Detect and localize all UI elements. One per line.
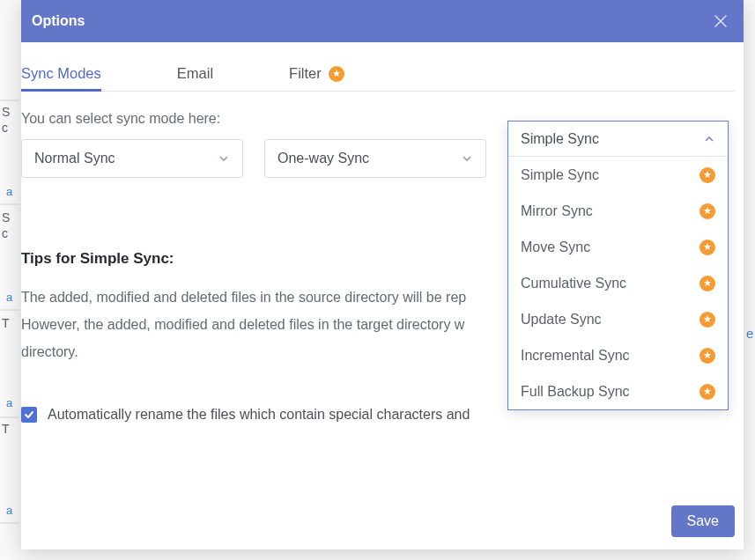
tab-label: Email: [177, 65, 213, 82]
algorithm-option[interactable]: Full Backup Sync ★: [508, 373, 728, 409]
option-label: Cumulative Sync: [521, 276, 626, 291]
star-icon: ★: [699, 203, 715, 219]
option-label: Incremental Sync: [521, 348, 630, 364]
tab-label: Filter: [289, 65, 322, 82]
chevron-down-icon: [218, 152, 230, 165]
star-icon: ★: [699, 312, 715, 328]
star-icon: ★: [329, 66, 344, 82]
algorithm-option[interactable]: Move Sync ★: [508, 229, 728, 265]
tab-label: Sync Modes: [21, 65, 101, 82]
algorithm-option[interactable]: Cumulative Sync ★: [508, 265, 728, 301]
star-icon: ★: [699, 276, 715, 291]
mode-group-select[interactable]: Normal Sync: [21, 139, 243, 178]
option-label: Move Sync: [521, 239, 590, 255]
dialog-footer: Save: [671, 505, 735, 537]
dialog-header: Options: [21, 0, 744, 42]
svg-text:S: S: [2, 105, 10, 119]
algorithm-option[interactable]: Simple Sync ★: [508, 157, 728, 193]
close-icon[interactable]: [708, 9, 733, 33]
star-icon: ★: [699, 239, 715, 255]
algorithm-option[interactable]: Mirror Sync ★: [508, 193, 728, 229]
checkbox-checked-icon[interactable]: [21, 407, 37, 423]
option-label: Update Sync: [521, 312, 602, 328]
svg-text:S: S: [2, 210, 10, 225]
svg-text:a: a: [6, 291, 13, 304]
star-icon: ★: [699, 167, 715, 183]
svg-text:c: c: [2, 121, 8, 135]
tabs: Sync Modes Email Filter ★: [21, 58, 735, 92]
algorithm-dropdown: Simple Sync Simple Sync ★ Mirror Sync ★ …: [507, 121, 729, 410]
option-label: Full Backup Sync: [521, 384, 630, 400]
chevron-up-icon: [703, 133, 715, 145]
select-value: Simple Sync: [521, 131, 599, 147]
checkbox-label: Automatically rename the files which con…: [48, 407, 470, 423]
tips-line: The added, modified and deleted files in…: [21, 290, 466, 305]
options-dialog: Options Sync Modes Email Filter ★ You ca…: [21, 0, 744, 549]
tab-filter[interactable]: Filter ★: [289, 58, 344, 91]
select-value: Normal Sync: [34, 151, 115, 166]
svg-text:T: T: [2, 316, 10, 330]
star-icon: ★: [699, 348, 715, 364]
select-value: One-way Sync: [278, 151, 369, 166]
direction-select[interactable]: One-way Sync: [264, 139, 486, 178]
svg-text:e: e: [746, 326, 753, 341]
svg-text:a: a: [6, 504, 13, 517]
tab-email[interactable]: Email: [177, 58, 213, 91]
save-button[interactable]: Save: [671, 505, 735, 537]
tips-line: However, the added, modified and deleted…: [21, 317, 464, 332]
option-label: Simple Sync: [521, 167, 599, 183]
tips-line: directory.: [21, 344, 78, 359]
tab-sync-modes[interactable]: Sync Modes: [21, 58, 101, 91]
svg-text:a: a: [6, 185, 13, 198]
chevron-down-icon: [461, 152, 473, 165]
dialog-title: Options: [32, 13, 85, 29]
svg-text:c: c: [2, 226, 8, 240]
star-icon: ★: [699, 384, 715, 400]
algorithm-option[interactable]: Incremental Sync ★: [508, 337, 728, 373]
algorithm-select-open[interactable]: Simple Sync: [508, 122, 728, 157]
svg-text:a: a: [6, 396, 13, 409]
algorithm-option[interactable]: Update Sync ★: [508, 301, 728, 337]
option-label: Mirror Sync: [521, 203, 593, 219]
svg-text:T: T: [2, 422, 10, 436]
